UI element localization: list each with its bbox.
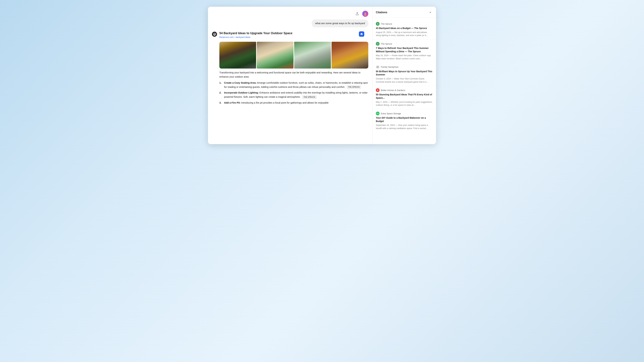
chat-panel: what are some great ways to fix up backy… bbox=[208, 7, 372, 144]
citation-title-5: Your DIY Guide to a Backyard Makeover on… bbox=[376, 116, 433, 123]
citation-snippet-2: May 18, 2024 — Power wash the patio. Cle… bbox=[376, 54, 433, 60]
result-breadcrumb: thespruce.com › backyard ideas bbox=[219, 36, 292, 38]
spruce-leaf-icon-2 bbox=[376, 42, 379, 45]
citation-title-3: 50 Brilliant Ways to Spruce Up Your Back… bbox=[376, 70, 433, 76]
backyard-image-1[interactable] bbox=[219, 42, 256, 68]
breadcrumb-site[interactable]: thespruce.com bbox=[219, 36, 234, 38]
citation-title-1: 43 Backyard Ideas on a Budget — The Spru… bbox=[376, 27, 433, 30]
list-number-2: 2. bbox=[219, 91, 223, 95]
response-list: 1. Create a Cozy Seating Area: Arrange c… bbox=[219, 81, 368, 105]
main-container: what are some great ways to fix up backy… bbox=[208, 7, 436, 144]
citation-item-5[interactable]: ES Extra Space Storage Your DIY Guide to… bbox=[372, 109, 436, 132]
response-intro: Transforming your backyard into a welcom… bbox=[219, 70, 368, 79]
list-item: 2. Incorporate Outdoor Lighting: Enhance… bbox=[219, 91, 368, 99]
chat-header bbox=[208, 11, 372, 19]
citation-item-3[interactable]: FH Family Handyman 50 Brilliant Ways to … bbox=[372, 63, 436, 86]
citation-source-1: The Spruce bbox=[376, 22, 433, 26]
citation-source-name-5: Extra Space Storage bbox=[381, 112, 401, 115]
citation-source-2: The Spruce bbox=[376, 42, 433, 45]
spruce-leaf-icon-1 bbox=[376, 23, 379, 25]
images-grid bbox=[219, 42, 368, 68]
backyard-image-3[interactable] bbox=[294, 42, 331, 68]
backyard-image-2[interactable] bbox=[257, 42, 294, 68]
list-bold-3: Add a Fire Pit: bbox=[224, 101, 240, 104]
citation-title-4: 50 Stunning Backyard Ideas That Fit Ever… bbox=[376, 93, 433, 99]
citation-item-2[interactable]: The Spruce 7 Ways to Refresh Your Backya… bbox=[372, 39, 436, 63]
ai-response: 54 Backyard Ideas to Upgrade Your Outdoo… bbox=[208, 31, 372, 107]
citations-header: Citations × bbox=[372, 7, 436, 17]
citation-source-name-1: The Spruce bbox=[381, 23, 392, 25]
home-icon bbox=[360, 32, 363, 35]
list-item: 1. Create a Cozy Seating Area: Arrange c… bbox=[219, 81, 368, 89]
source-icon-bhg: B bbox=[376, 88, 380, 92]
source-icon-spruce-1 bbox=[376, 22, 380, 26]
user-message: what are some great ways to fix up backy… bbox=[312, 19, 368, 27]
citation-snippet-3: October 6, 2024 — Make Your Own Cornhole… bbox=[376, 77, 433, 84]
citation-source-4: B Better Homes & Gardens bbox=[376, 88, 433, 92]
citation-source-5: ES Extra Space Storage bbox=[376, 112, 433, 115]
list-content-3: Add a Fire Pit: Introducing a fire pit p… bbox=[224, 101, 368, 105]
svg-point-1 bbox=[364, 12, 366, 14]
list-bold-1: Create a Cozy Seating Area: bbox=[224, 81, 256, 84]
citation-badge-2[interactable]: THE SPRUCE bbox=[302, 95, 316, 99]
citation-item-1[interactable]: The Spruce 43 Backyard Ideas on a Budget… bbox=[372, 19, 436, 39]
source-icon-spruce-2 bbox=[376, 42, 380, 45]
result-title: 54 Backyard Ideas to Upgrade Your Outdoo… bbox=[219, 31, 292, 35]
citations-close-button[interactable]: × bbox=[428, 10, 433, 15]
list-number-1: 1. bbox=[219, 81, 223, 85]
citation-badge-1[interactable]: THE SPRUCE bbox=[347, 85, 361, 89]
citations-panel: Citations × The Spruce 43 Backyard Ideas… bbox=[372, 7, 436, 144]
citation-source-3: FH Family Handyman bbox=[376, 65, 433, 69]
upload-button[interactable] bbox=[354, 11, 360, 17]
avatar-image bbox=[364, 12, 367, 15]
user-message-wrapper: what are some great ways to fix up backy… bbox=[208, 19, 372, 31]
list-number-3: 3. bbox=[219, 101, 223, 105]
avatar[interactable] bbox=[362, 11, 368, 17]
citation-snippet-4: May 7, 2024 — Whether you're looking for… bbox=[376, 100, 433, 107]
citations-title: Citations bbox=[376, 11, 387, 14]
chatgpt-logo-icon bbox=[213, 32, 216, 36]
citations-list: The Spruce 43 Backyard Ideas on a Budget… bbox=[372, 17, 436, 144]
list-content-1: Create a Cozy Seating Area: Arrange comf… bbox=[224, 81, 368, 89]
citation-snippet-1: August 25, 2024 — Set up a hammock and a… bbox=[376, 31, 433, 37]
citation-snippet-5: September 24, 2024 — Give your outdoor l… bbox=[376, 124, 433, 130]
citation-title-2: 7 Ways to Refresh Your Backyard This Sum… bbox=[376, 46, 433, 53]
breadcrumb-separator: › bbox=[234, 36, 235, 38]
source-icon-ess: ES bbox=[376, 112, 380, 115]
result-header: 54 Backyard Ideas to Upgrade Your Outdoo… bbox=[219, 31, 292, 38]
ai-icon bbox=[212, 32, 217, 37]
list-content-2: Incorporate Outdoor Lighting: Enhance am… bbox=[224, 91, 368, 99]
ai-content: 54 Backyard Ideas to Upgrade Your Outdoo… bbox=[219, 31, 368, 107]
list-item: 3. Add a Fire Pit: Introducing a fire pi… bbox=[219, 101, 368, 105]
citation-source-name-3: Family Handyman bbox=[381, 66, 398, 68]
list-text-3: Introducing a fire pit provides a focal … bbox=[241, 101, 328, 104]
backyard-image-4[interactable] bbox=[332, 42, 368, 68]
upload-icon bbox=[356, 12, 359, 15]
svg-point-2 bbox=[364, 14, 366, 15]
citation-item-4[interactable]: B Better Homes & Gardens 50 Stunning Bac… bbox=[372, 86, 436, 109]
source-icon-fh: FH bbox=[376, 65, 380, 69]
breadcrumb-page[interactable]: backyard ideas bbox=[236, 36, 250, 38]
citation-source-name-4: Better Homes & Gardens bbox=[381, 89, 405, 91]
home-icon-badge[interactable] bbox=[359, 31, 364, 37]
list-bold-2: Incorporate Outdoor Lighting: bbox=[224, 91, 259, 94]
citation-source-name-2: The Spruce bbox=[381, 42, 392, 45]
result-header-row: 54 Backyard Ideas to Upgrade Your Outdoo… bbox=[219, 31, 368, 40]
